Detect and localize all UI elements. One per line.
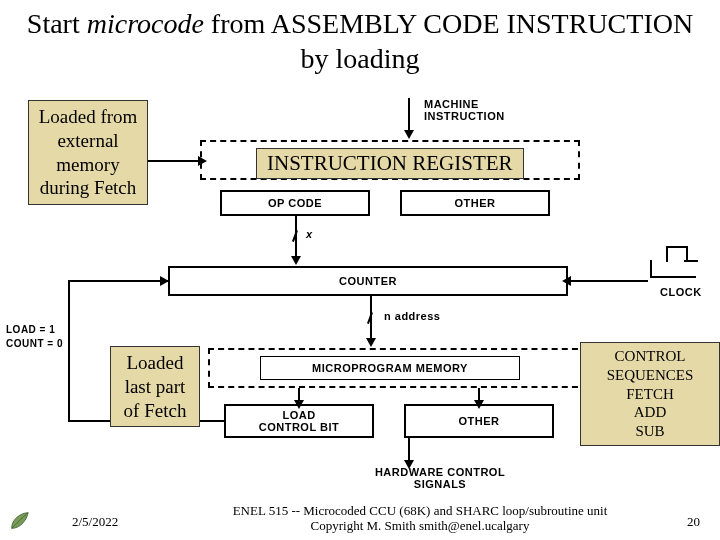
- blk-opcode: OP CODE: [220, 190, 370, 216]
- lbl-x: x: [306, 228, 313, 240]
- annot-loaded-external: Loaded from external memory during Fetch: [28, 100, 148, 205]
- title-post: by loading: [301, 43, 420, 74]
- arrow-annot1-ir-icon: [198, 156, 207, 166]
- title-pre: Start: [27, 8, 87, 39]
- leaf-icon: [8, 510, 30, 532]
- line-annot1-ir: [148, 160, 200, 162]
- title-mid: from ASSEMBLY CODE INSTRUCTION: [204, 8, 693, 39]
- annot-control-seq: CONTROL SEQUENCES FETCH ADD SUB: [580, 342, 720, 446]
- annot-ir: INSTRUCTION REGISTER: [256, 148, 524, 179]
- page-number: 20: [687, 514, 700, 530]
- arrow-mi-down-icon: [404, 130, 414, 139]
- slide-title: Start microcode from ASSEMBLY CODE INSTR…: [0, 0, 720, 76]
- arrow-clock-icon: [562, 276, 571, 286]
- blk-counter: COUNTER: [168, 266, 568, 296]
- line-mi-down: [408, 98, 410, 132]
- lbl-hw-ctrl: HARDWARE CONTROL SIGNALS: [360, 466, 520, 490]
- blk-micro-mem: MICROPROGRAM MEMORY: [260, 356, 520, 380]
- line-hw-down: [408, 438, 410, 462]
- blk-other-2: OTHER: [404, 404, 554, 438]
- footer-text: ENEL 515 -- Microcoded CCU (68K) and SHA…: [200, 503, 640, 534]
- arrow-counter-down-icon: [366, 338, 376, 347]
- blk-other-1: OTHER: [400, 190, 550, 216]
- annot-loaded-last: Loaded last part of Fetch: [110, 346, 200, 427]
- lbl-clock: CLOCK: [660, 286, 702, 298]
- footer-line1: ENEL 515 -- Microcoded CCU (68K) and SHA…: [200, 503, 640, 519]
- lbl-machine-instruction: MACHINE INSTRUCTION: [424, 98, 505, 122]
- title-italic: microcode: [87, 8, 204, 39]
- clock-waveform-icon: [650, 260, 696, 278]
- line-feedback-v: [68, 280, 70, 420]
- footer-line2: Copyright M. Smith smith@enel.ucalgary: [200, 518, 640, 534]
- lbl-n-address: n ADDRESS: [384, 310, 440, 322]
- lbl-load1: LOAD = 1: [6, 324, 55, 335]
- footer-date: 2/5/2022: [72, 514, 118, 530]
- line-load-counter: [68, 280, 168, 282]
- line-clock-counter: [568, 280, 648, 282]
- arrow-opcode-down-icon: [291, 256, 301, 265]
- arrow-mm-r-icon: [474, 400, 484, 409]
- arrow-mm-l-icon: [294, 400, 304, 409]
- arrow-load-counter-icon: [160, 276, 169, 286]
- diagram-area: Loaded from external memory during Fetch…: [0, 90, 720, 480]
- lbl-count0: COUNT = 0: [6, 338, 63, 349]
- blk-load-bit: LOAD CONTROL BIT: [224, 404, 374, 438]
